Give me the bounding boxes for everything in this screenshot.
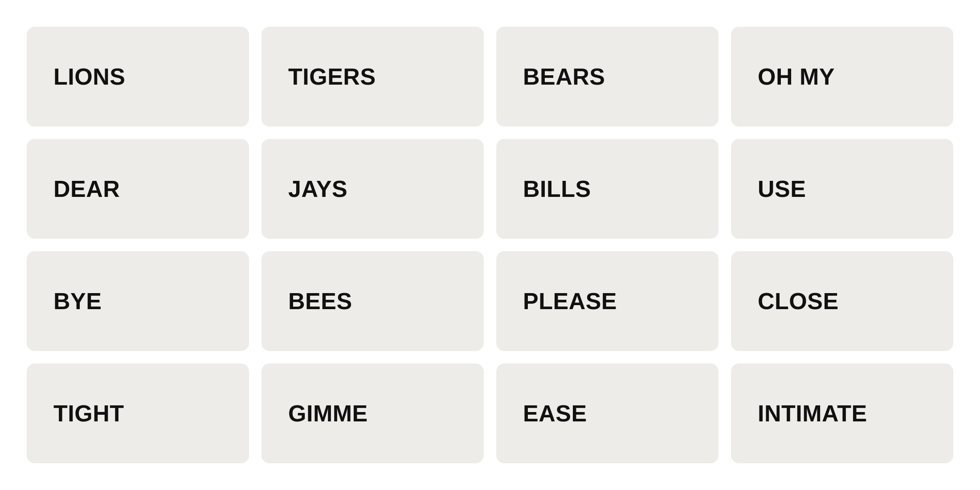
word-grid: LIONSTIGERSBEARSOH MYDEARJAYSBILLSUSEBYE…	[0, 0, 980, 490]
card-oh-my[interactable]: OH MY	[731, 27, 953, 127]
card-bears[interactable]: BEARS	[496, 27, 719, 127]
card-use[interactable]: USE	[731, 139, 953, 239]
card-gimme[interactable]: GIMME	[261, 363, 484, 463]
card-intimate[interactable]: INTIMATE	[731, 363, 953, 463]
card-label-tight: TIGHT	[53, 400, 124, 427]
card-bills[interactable]: BILLS	[496, 139, 719, 239]
card-label-bees: BEES	[288, 288, 352, 314]
card-label-use: USE	[758, 176, 806, 202]
card-label-bye: BYE	[53, 288, 102, 314]
card-tigers[interactable]: TIGERS	[261, 27, 484, 127]
card-label-bears: BEARS	[523, 63, 605, 90]
card-label-close: CLOSE	[758, 288, 839, 314]
card-ease[interactable]: EASE	[496, 363, 719, 463]
card-label-oh-my: OH MY	[758, 63, 835, 90]
card-dear[interactable]: DEAR	[27, 139, 249, 239]
card-please[interactable]: PLEASE	[496, 251, 719, 351]
card-label-gimme: GIMME	[288, 400, 368, 427]
card-label-intimate: INTIMATE	[758, 400, 867, 427]
card-label-ease: EASE	[523, 400, 587, 427]
card-label-lions: LIONS	[53, 63, 125, 90]
card-label-dear: DEAR	[53, 176, 120, 202]
card-lions[interactable]: LIONS	[27, 27, 249, 127]
card-bees[interactable]: BEES	[261, 251, 484, 351]
card-jays[interactable]: JAYS	[261, 139, 484, 239]
card-label-tigers: TIGERS	[288, 63, 376, 90]
card-label-jays: JAYS	[288, 176, 347, 202]
card-close[interactable]: CLOSE	[731, 251, 953, 351]
card-bye[interactable]: BYE	[27, 251, 249, 351]
card-label-bills: BILLS	[523, 176, 591, 202]
card-tight[interactable]: TIGHT	[27, 363, 249, 463]
card-label-please: PLEASE	[523, 288, 617, 314]
